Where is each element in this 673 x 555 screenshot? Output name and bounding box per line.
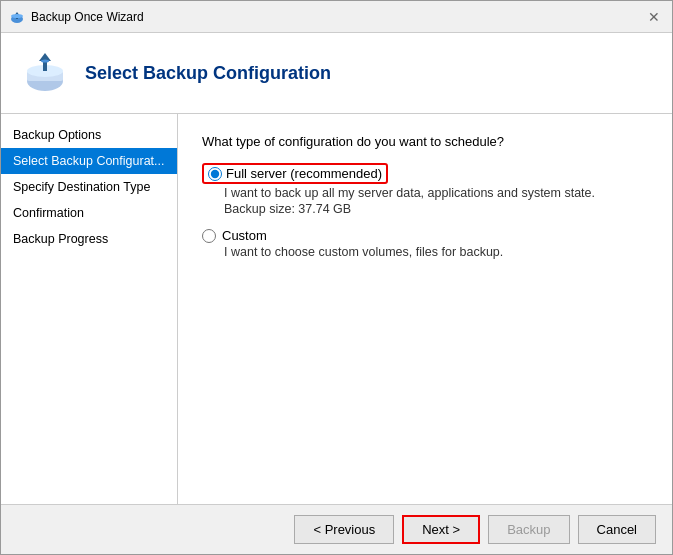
option-item-full-server: Full server (recommended) I want to back… xyxy=(202,163,648,216)
header-icon xyxy=(21,49,69,97)
full-server-description: I want to back up all my server data, ap… xyxy=(224,186,648,200)
close-button[interactable]: ✕ xyxy=(644,10,664,24)
sidebar-item-backup-progress[interactable]: Backup Progress xyxy=(1,226,177,252)
window-title: Backup Once Wizard xyxy=(31,10,144,24)
sidebar: Backup Options Select Backup Configurat.… xyxy=(1,114,178,504)
custom-radio[interactable] xyxy=(202,229,216,243)
footer: < Previous Next > Backup Cancel xyxy=(1,504,672,554)
full-server-label[interactable]: Full server (recommended) xyxy=(226,166,382,181)
sidebar-item-specify-destination[interactable]: Specify Destination Type xyxy=(1,174,177,200)
header: Select Backup Configuration xyxy=(1,33,672,114)
cancel-button[interactable]: Cancel xyxy=(578,515,656,544)
svg-point-5 xyxy=(41,60,49,63)
title-bar: Backup Once Wizard ✕ xyxy=(1,1,672,33)
wizard-window: Backup Once Wizard ✕ Select Backup Confi… xyxy=(0,0,673,555)
option-item-custom: Custom I want to choose custom volumes, … xyxy=(202,228,648,259)
backup-button[interactable]: Backup xyxy=(488,515,569,544)
body: Backup Options Select Backup Configurat.… xyxy=(1,114,672,504)
previous-button[interactable]: < Previous xyxy=(294,515,394,544)
sidebar-item-backup-options[interactable]: Backup Options xyxy=(1,122,177,148)
option-group: Full server (recommended) I want to back… xyxy=(202,163,648,259)
content-question: What type of configuration do you want t… xyxy=(202,134,648,149)
full-server-highlighted-box: Full server (recommended) xyxy=(202,163,388,184)
custom-description: I want to choose custom volumes, files f… xyxy=(224,245,648,259)
app-icon xyxy=(9,9,25,25)
option-label-row-full-server: Full server (recommended) xyxy=(202,163,648,184)
sidebar-item-confirmation[interactable]: Confirmation xyxy=(1,200,177,226)
sidebar-item-select-backup-config[interactable]: Select Backup Configurat... xyxy=(1,148,177,174)
full-server-size: Backup size: 37.74 GB xyxy=(224,202,648,216)
custom-label[interactable]: Custom xyxy=(222,228,267,243)
svg-point-1 xyxy=(11,14,23,18)
full-server-radio[interactable] xyxy=(208,167,222,181)
next-button[interactable]: Next > xyxy=(402,515,480,544)
page-title: Select Backup Configuration xyxy=(85,63,331,84)
content-area: What type of configuration do you want t… xyxy=(178,114,672,504)
title-bar-left: Backup Once Wizard xyxy=(9,9,144,25)
option-label-row-custom: Custom xyxy=(202,228,648,243)
